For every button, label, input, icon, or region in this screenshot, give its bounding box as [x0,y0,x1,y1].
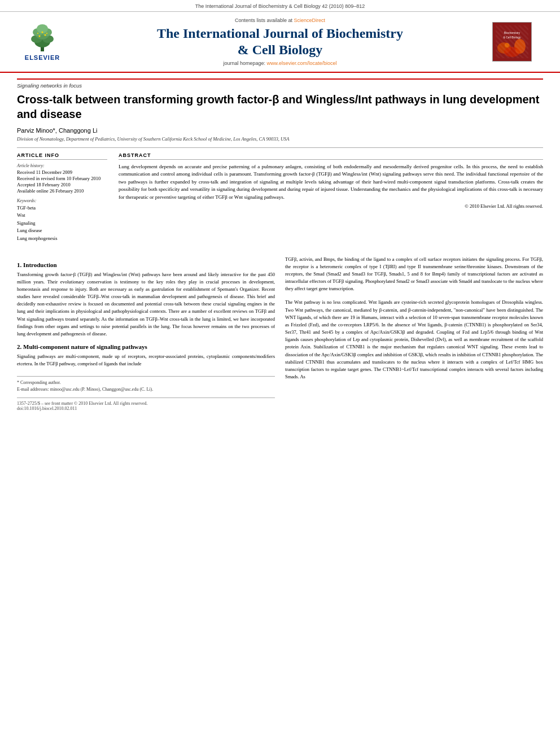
keyword-4: Lung disease [17,227,107,235]
top-bar: The International Journal of Biochemistr… [0,0,560,12]
journal-thumbnail-section: Biochemistry & Cell Biology [492,22,543,62]
section2-title: 2. Multi-component nature of signaling p… [17,343,275,350]
authors: Parviz Minoo*, Changgong Li [17,127,543,134]
journal-thumbnail: Biochemistry & Cell Biology [492,22,532,62]
journal-homepage: journal homepage: www.elsevier.com/locat… [68,60,492,66]
section1-title: 1. Introduction [17,261,275,268]
journal-citation: The International Journal of Biochemistr… [195,3,365,9]
section-label: Signaling networks in focus [17,78,543,89]
journal-title-section: Contents lists available at ScienceDirec… [68,18,492,66]
accepted-date: Accepted 18 February 2010 [17,182,107,187]
elsevier-tree-icon [25,22,59,53]
svg-point-16 [497,42,511,54]
footnote-divider [17,376,275,377]
svg-point-18 [504,47,520,57]
abstract-text: Lung development depends on accurate and… [119,163,543,202]
page-wrapper: The International Journal of Biochemistr… [0,0,560,747]
info-abstract-section: ARTICLE INFO Article history: Received 1… [17,152,543,247]
divider [17,147,543,148]
footnote-corresponding: * Corresponding author. [17,379,275,386]
article-info-header: ARTICLE INFO [17,152,107,160]
keyword-5: Lung morphogenesis [17,235,107,243]
svg-point-17 [514,39,526,54]
footnote-email: E-mail addresses: minoo@usc.edu (P. Mino… [17,386,275,393]
section1-text: Transforming growth factor-β (TGFβ) and … [17,271,275,338]
body-col-right: TGFβ, activin, and Bmps, the binding of … [285,256,543,412]
svg-point-20 [515,48,521,54]
abstract-col: ABSTRACT Lung development depends on acc… [119,152,543,247]
keyword-2: Wnt [17,212,107,220]
keywords-list: TGF-beta Wnt Signaling Lung disease Lung… [17,204,107,243]
svg-point-12 [46,33,47,34]
affiliation: Division of Neonatology, Department of P… [17,136,543,142]
section2-text: Signaling pathways are multi-component, … [17,353,275,368]
journal-title: The International Journal of Biochemistr… [68,25,492,58]
sciencedirect-link[interactable]: ScienceDirect [294,18,326,23]
elsevier-logo: ELSEVIER [17,22,68,61]
svg-point-10 [42,32,43,33]
elsevier-logo-section: ELSEVIER [17,22,68,61]
history-section: Article history: Received 11 December 20… [17,163,107,194]
issn-line: 1357-2725/$ – see front matter © 2010 El… [17,401,275,406]
right-col-text2: The Wnt pathway is no less complicated. … [285,299,543,381]
revised-date: Received in revised form 10 February 201… [17,176,107,181]
received-date: Received 11 December 2009 [17,169,107,175]
svg-point-8 [39,36,41,37]
svg-point-19 [505,43,509,47]
svg-text:Biochemistry: Biochemistry [504,31,520,34]
abstract-header: ABSTRACT [119,152,543,160]
keyword-3: Signaling [17,220,107,228]
svg-point-11 [37,33,38,34]
history-label: Article history: [17,163,107,168]
body-section: 1. Introduction Transforming growth fact… [17,256,543,412]
body-col-left: 1. Introduction Transforming growth fact… [17,256,275,412]
article-content: Signaling networks in focus Cross-talk b… [0,73,560,423]
doi-line: doi:10.1016/j.biocel.2010.02.011 [17,406,275,411]
svg-text:& Cell Biology: & Cell Biology [503,36,521,39]
keyword-1: TGF-beta [17,204,107,212]
article-info-col: ARTICLE INFO Article history: Received 1… [17,152,107,247]
sciencedirect-line: Contents lists available at ScienceDirec… [68,18,492,23]
bottom-info: 1357-2725/$ – see front matter © 2010 El… [17,397,275,411]
svg-rect-13 [493,23,531,61]
elsevier-wordmark: ELSEVIER [25,54,60,61]
keywords-section: Keywords: TGF-beta Wnt Signaling Lung di… [17,198,107,243]
right-col-text1: TGFβ, activin, and Bmps, the binding of … [285,256,543,293]
svg-point-9 [45,34,46,36]
homepage-link[interactable]: www.elsevier.com/locate/biocel [267,60,337,66]
keywords-label: Keywords: [17,198,107,203]
available-date: Available online 26 February 2010 [17,188,107,194]
journal-header: ELSEVIER Contents lists available at Sci… [0,12,560,73]
copyright: © 2010 Elsevier Ltd. All rights reserved… [119,203,543,209]
article-title: Cross-talk between transforming growth f… [17,92,543,121]
